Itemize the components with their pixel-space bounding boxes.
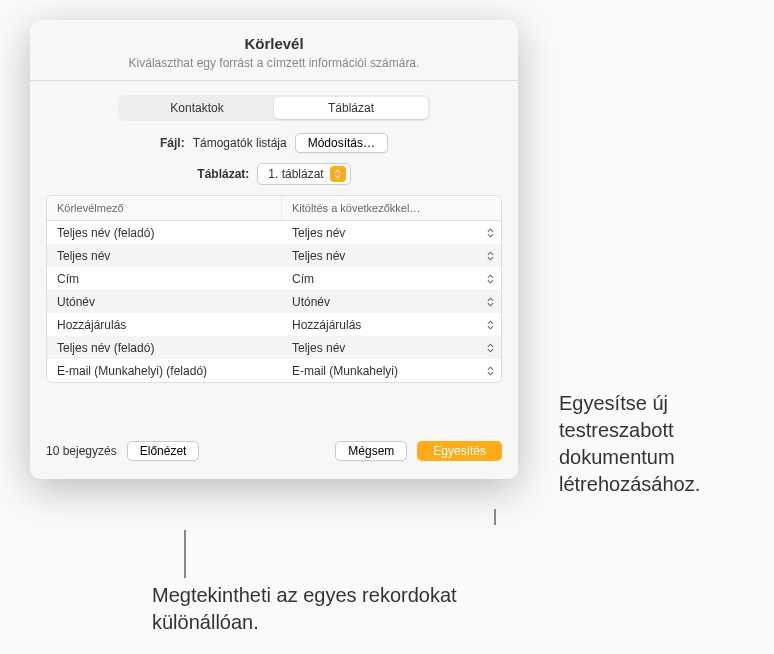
dialog-header: Körlevél Kiválaszthat egy forrást a címz… [30, 20, 518, 81]
merge-button[interactable]: Egyesítés [417, 441, 502, 461]
table-body: Teljes név (feladó)Teljes névTeljes névT… [47, 221, 501, 382]
source-tabs: Kontaktok Táblázat [118, 95, 430, 121]
chevron-updown-icon [485, 272, 495, 286]
fill-value: Teljes név [292, 341, 345, 355]
table-header: Körlevélmező Kitöltés a következőkkel… [47, 196, 501, 221]
callout-preview: Megtekintheti az egyes rekordokat különá… [152, 582, 512, 636]
fill-value: Cím [292, 272, 314, 286]
field-name: E-mail (Munkahelyi) (feladó) [47, 364, 282, 378]
fill-select[interactable]: Teljes név [282, 249, 501, 263]
file-value: Támogatók listája [193, 136, 287, 150]
field-name: Utónév [47, 295, 282, 309]
fill-select[interactable]: Hozzájárulás [282, 318, 501, 332]
mail-merge-dialog: Körlevél Kiválaszthat egy forrást a címz… [30, 20, 518, 479]
table-row: HozzájárulásHozzájárulás [47, 313, 501, 336]
table-row: Teljes név (feladó)Teljes név [47, 336, 501, 359]
file-row: Fájl: Támogatók listája Módosítás… [30, 133, 518, 153]
dialog-subtitle: Kiválaszthat egy forrást a címzett infor… [50, 56, 498, 70]
table-select[interactable]: 1. táblázat [257, 163, 350, 185]
file-label: Fájl: [160, 136, 185, 150]
chevron-updown-icon [485, 318, 495, 332]
table-row: CímCím [47, 267, 501, 290]
chevron-updown-icon [485, 364, 495, 378]
callout-merge: Egyesítse új testreszabott dokumentum lé… [559, 390, 759, 498]
preview-button[interactable]: Előnézet [127, 441, 200, 461]
dialog-footer: 10 bejegyzés Előnézet Mégsem Egyesítés [46, 441, 502, 461]
fill-select[interactable]: Cím [282, 272, 501, 286]
column-header-fill: Kitöltés a következőkkel… [282, 196, 501, 220]
chevron-updown-icon [330, 166, 346, 182]
table-row: E-mail (Munkahelyi) (feladó)E-mail (Munk… [47, 359, 501, 382]
column-header-field: Körlevélmező [47, 196, 282, 220]
table-row: UtónévUtónév [47, 290, 501, 313]
change-file-button[interactable]: Módosítás… [295, 133, 388, 153]
field-mapping-table: Körlevélmező Kitöltés a következőkkel… T… [46, 195, 502, 383]
table-row: Teljes név (feladó)Teljes név [47, 221, 501, 244]
dialog-title: Körlevél [50, 35, 498, 52]
fill-value: Teljes név [292, 249, 345, 263]
entries-count: 10 bejegyzés [46, 444, 117, 458]
fill-value: Teljes név [292, 226, 345, 240]
cancel-button[interactable]: Mégsem [335, 441, 407, 461]
table-row-select: Táblázat: 1. táblázat [30, 163, 518, 185]
field-name: Teljes név [47, 249, 282, 263]
field-name: Cím [47, 272, 282, 286]
callout-line [184, 530, 186, 578]
fill-value: Hozzájárulás [292, 318, 361, 332]
chevron-updown-icon [485, 295, 495, 309]
fill-select[interactable]: Utónév [282, 295, 501, 309]
field-name: Hozzájárulás [47, 318, 282, 332]
tab-contacts[interactable]: Kontaktok [120, 97, 274, 119]
fill-select[interactable]: Teljes név [282, 341, 501, 355]
fill-select[interactable]: E-mail (Munkahelyi) [282, 364, 501, 378]
chevron-updown-icon [485, 249, 495, 263]
table-select-value: 1. táblázat [268, 167, 323, 181]
fill-value: Utónév [292, 295, 330, 309]
chevron-updown-icon [485, 341, 495, 355]
callout-line [494, 509, 496, 525]
field-name: Teljes név (feladó) [47, 226, 282, 240]
fill-select[interactable]: Teljes név [282, 226, 501, 240]
table-row: Teljes névTeljes név [47, 244, 501, 267]
field-name: Teljes név (feladó) [47, 341, 282, 355]
table-label: Táblázat: [197, 167, 249, 181]
tab-spreadsheet[interactable]: Táblázat [274, 97, 428, 119]
chevron-updown-icon [485, 226, 495, 240]
fill-value: E-mail (Munkahelyi) [292, 364, 398, 378]
